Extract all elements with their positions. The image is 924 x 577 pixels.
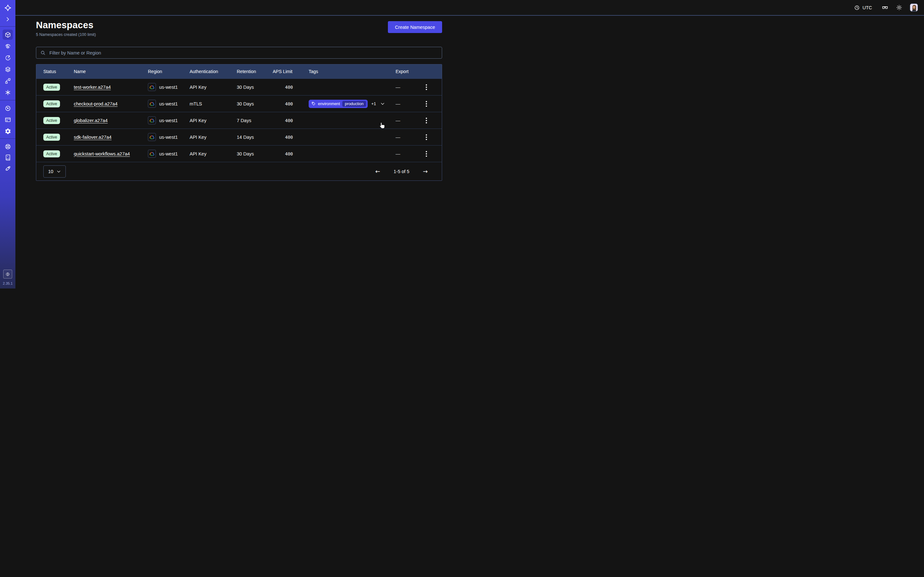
gear-icon <box>5 128 11 135</box>
namespace-link[interactable]: globalizer.a27a4 <box>74 118 108 123</box>
sidebar-item-usage[interactable] <box>3 103 13 113</box>
aps-limit-cell: 400 <box>273 135 309 140</box>
namespace-link[interactable]: quickstart-workflows.a27a4 <box>74 151 130 156</box>
next-page-button[interactable]: → <box>421 168 430 175</box>
billing-window-icon <box>5 116 11 123</box>
status-badge: Active <box>43 134 60 141</box>
aps-limit-cell: 400 <box>273 118 309 123</box>
prev-page-button[interactable]: ← <box>373 168 382 175</box>
tags-expand-button[interactable] <box>380 101 386 107</box>
sidebar-item-asterisk[interactable] <box>3 87 13 97</box>
lifebuoy-icon <box>5 143 11 150</box>
gcp-region-icon <box>148 116 156 124</box>
book-icon <box>5 154 11 161</box>
asterisk-icon <box>5 89 11 96</box>
gcp-region-icon <box>148 83 156 91</box>
branch-icon <box>5 77 11 84</box>
auth-cell: API Key <box>190 135 237 140</box>
export-cell: — <box>396 85 421 90</box>
sidebar-item-billing[interactable] <box>3 114 13 125</box>
sidebar-item-settings[interactable] <box>3 126 13 136</box>
create-namespace-button[interactable]: Create Namespace <box>388 21 442 33</box>
sidebar-item-docs[interactable] <box>3 152 13 163</box>
sidebar-divider <box>0 26 15 27</box>
auth-cell: mTLS <box>190 101 237 106</box>
table-row: Active quickstart-workflows.a27a4 us-wes… <box>36 145 442 162</box>
sidebar-item-namespaces[interactable] <box>3 29 13 40</box>
export-cell: — <box>396 101 421 106</box>
tag-value: production <box>342 101 366 107</box>
auth-cell: API Key <box>190 85 237 90</box>
namespaces-table: Status Name Region Authentication Retent… <box>36 64 442 181</box>
table-row: Active checkout-prod.a27a4 us-west1 mTLS… <box>36 95 442 112</box>
cube-icon <box>5 31 11 38</box>
table-row: Active sdk-failover.a27a4 us-west1 API K… <box>36 129 442 145</box>
sidebar-item-timer[interactable] <box>3 53 13 63</box>
credits-button[interactable] <box>3 269 12 279</box>
region-label: us-west1 <box>159 85 178 90</box>
sidebar: 2.35.1 <box>0 0 15 288</box>
filter-input[interactable] <box>49 50 438 56</box>
main-content: Namespaces 5 Namespaces created (100 lim… <box>15 0 462 181</box>
row-menu-button[interactable] <box>424 116 429 125</box>
aps-limit-cell: 400 <box>273 101 309 106</box>
sidebar-expand-button[interactable] <box>4 15 11 23</box>
namespace-link[interactable]: sdk-failover.a27a4 <box>74 135 111 140</box>
region-label: us-west1 <box>159 135 178 140</box>
col-status: Status <box>43 69 74 74</box>
export-cell: — <box>396 118 421 123</box>
col-export: Export <box>396 69 421 74</box>
tag-more-count: +1 <box>371 101 376 106</box>
layers-icon <box>5 66 11 73</box>
rocket-icon <box>5 165 11 172</box>
col-name: Name <box>74 69 148 74</box>
col-tags: Tags <box>309 69 396 74</box>
status-badge: Active <box>43 84 60 91</box>
gauge-icon <box>5 105 11 111</box>
auth-cell: API Key <box>190 118 237 123</box>
table-footer: 10 ← 1-5 of 5 → <box>36 162 442 181</box>
dollar-badge-icon <box>5 271 10 277</box>
page-size-select[interactable]: 10 <box>43 165 66 177</box>
region-label: us-west1 <box>159 118 178 123</box>
page-range-label: 1-5 of 5 <box>394 169 409 174</box>
row-menu-button[interactable] <box>424 132 429 142</box>
page-size-value: 10 <box>48 169 53 174</box>
col-region: Region <box>148 69 190 74</box>
sidebar-item-spiral[interactable] <box>3 41 13 51</box>
retention-cell: 30 Days <box>237 85 273 90</box>
app-version: 2.35.1 <box>3 282 13 285</box>
aps-limit-cell: 400 <box>273 151 309 156</box>
gcp-region-icon <box>148 133 156 141</box>
sidebar-item-branch[interactable] <box>3 76 13 86</box>
auth-cell: API Key <box>190 151 237 156</box>
status-badge: Active <box>43 100 60 107</box>
page-title: Namespaces <box>36 19 96 31</box>
sidebar-item-support[interactable] <box>3 141 13 152</box>
sidebar-item-getting-started[interactable] <box>3 163 13 173</box>
pager: ← 1-5 of 5 → <box>373 168 430 175</box>
export-cell: — <box>396 135 421 140</box>
aps-limit-cell: 400 <box>273 85 309 90</box>
tag-chip[interactable]: environment production <box>309 100 368 108</box>
col-aps-limit: APS Limit <box>273 69 309 74</box>
sidebar-item-layers[interactable] <box>3 64 13 74</box>
row-menu-button[interactable] <box>424 99 429 109</box>
table-row: Active test-worker.a27a4 us-west1 API Ke… <box>36 79 442 95</box>
namespace-link[interactable]: checkout-prod.a27a4 <box>74 101 118 106</box>
col-authentication: Authentication <box>190 69 237 74</box>
row-menu-button[interactable] <box>424 82 429 92</box>
namespace-link[interactable]: test-worker.a27a4 <box>74 85 111 90</box>
tag-icon <box>312 102 316 106</box>
retention-cell: 30 Days <box>237 151 273 156</box>
retention-cell: 14 Days <box>237 135 273 140</box>
sidebar-divider <box>0 139 15 139</box>
col-retention: Retention <box>237 69 273 74</box>
row-menu-button[interactable] <box>424 149 429 159</box>
retention-cell: 7 Days <box>237 118 273 123</box>
timer-icon <box>5 55 11 61</box>
spiral-icon <box>5 43 11 50</box>
export-cell: — <box>396 151 421 156</box>
tags-cell: environment production +1 <box>309 100 396 108</box>
chevron-down-icon <box>380 101 385 106</box>
